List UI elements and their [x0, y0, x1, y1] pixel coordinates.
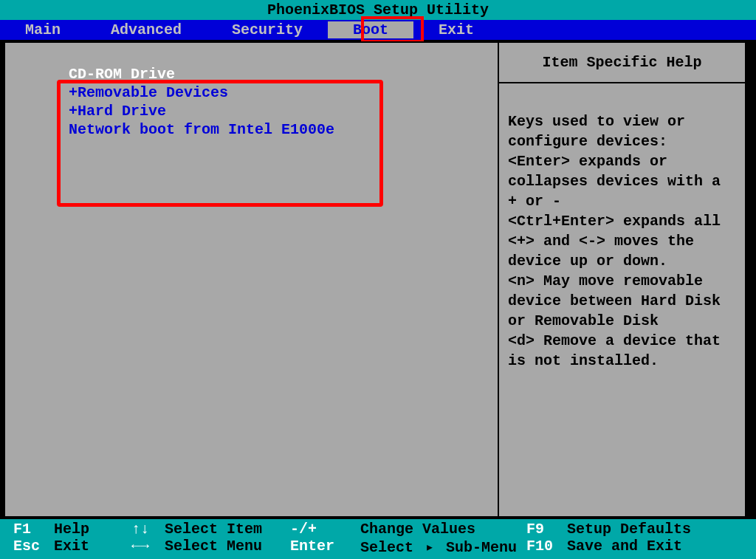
boot-item-network[interactable]: Network boot from Intel E1000e: [69, 120, 334, 139]
boot-order-panel: CD-ROM Drive +Removable Devices +Hard Dr…: [4, 41, 498, 518]
footer-select-menu: Select Menu: [165, 538, 290, 556]
boot-item-removable[interactable]: +Removable Devices: [69, 83, 334, 102]
footer-change-values: Change Values: [360, 521, 526, 538]
footer-key-f9: F9: [526, 521, 567, 538]
bios-title: PhoenixBIOS Setup Utility: [0, 0, 756, 20]
boot-item-harddrive[interactable]: +Hard Drive: [69, 102, 334, 120]
footer-select-item: Select Item: [165, 521, 290, 538]
help-content: Keys used to view or configure devices:<…: [499, 83, 745, 380]
menu-bar: Main Advanced Security Boot Exit: [0, 20, 756, 40]
footer-label-help: Help: [54, 521, 131, 538]
menu-advanced[interactable]: Advanced: [86, 21, 207, 38]
footer-label-exit: Exit: [54, 538, 131, 556]
footer-key-f10: F10: [526, 538, 567, 556]
footer-plusminus: -/+: [290, 521, 360, 538]
menu-security[interactable]: Security: [207, 21, 328, 38]
footer-bar: F1 Help ↑↓ Select Item -/+ Change Values…: [0, 519, 756, 559]
updown-arrows-icon: ↑↓: [131, 521, 165, 538]
menu-exit[interactable]: Exit: [413, 21, 499, 38]
right-triangle-icon: ▸: [425, 539, 434, 556]
footer-key-f1: F1: [13, 521, 54, 538]
menu-main[interactable]: Main: [0, 21, 86, 38]
boot-device-list[interactable]: CD-ROM Drive +Removable Devices +Hard Dr…: [69, 65, 334, 139]
menu-boot[interactable]: Boot: [328, 21, 413, 38]
footer-select-submenu: Select ▸ Sub-Menu: [360, 538, 526, 556]
footer-setup-defaults: Setup Defaults: [567, 521, 691, 538]
boot-item-cdrom[interactable]: CD-ROM Drive: [69, 65, 334, 83]
help-panel: Item Specific Help Keys used to view or …: [498, 41, 746, 518]
leftright-arrows-icon: ←→: [131, 538, 165, 556]
footer-enter: Enter: [290, 538, 360, 556]
help-title: Item Specific Help: [499, 43, 745, 83]
footer-save-exit: Save and Exit: [567, 538, 682, 556]
footer-key-esc: Esc: [13, 538, 54, 556]
